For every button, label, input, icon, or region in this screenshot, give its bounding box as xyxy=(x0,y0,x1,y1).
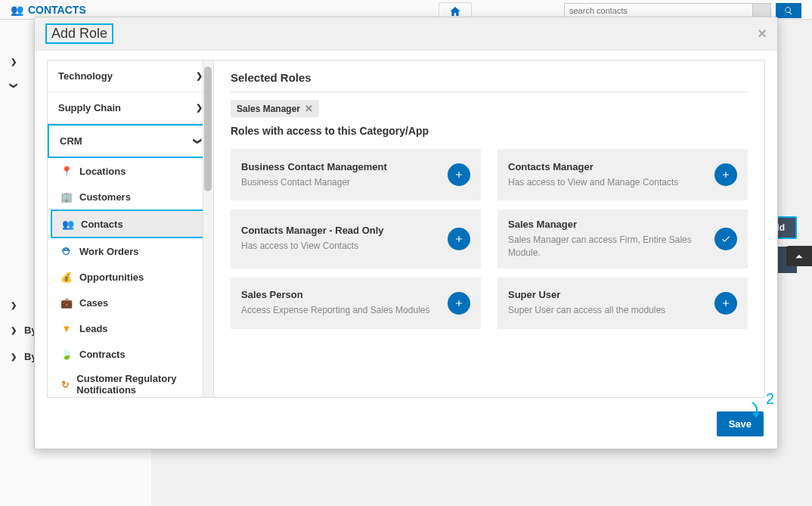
sub-item-label: Opportunities xyxy=(79,272,144,283)
svg-marker-2 xyxy=(753,413,759,418)
category-item-supply-chain[interactable]: Supply Chain❯ xyxy=(48,92,213,124)
opportunities-icon: 💰 xyxy=(60,270,73,284)
role-description: Sales Manager can access Firm, Entire Sa… xyxy=(508,234,707,259)
roles-access-heading: Roles with access to this Category/App xyxy=(231,125,748,137)
sub-item-label: Cases xyxy=(79,297,108,309)
role-description: Has access to View Contacts xyxy=(241,240,440,253)
sub-item-customers[interactable]: 🏢Customers xyxy=(48,184,213,210)
modal-body: Technology❯Supply Chain❯CRM❯📍Locations🏢C… xyxy=(47,60,765,398)
category-item-crm[interactable]: CRM❯ xyxy=(48,124,213,158)
role-name: Sales Manager xyxy=(508,219,707,230)
sub-item-label: Contracts xyxy=(79,349,126,360)
role-description: Business Contact Manager xyxy=(241,176,440,189)
sub-item-contracts[interactable]: 🍃Contracts xyxy=(48,341,213,367)
role-card-sales-person[interactable]: Sales PersonAccess Expense Reporting and… xyxy=(231,278,481,329)
category-label: Technology xyxy=(58,70,113,82)
chevron-right-icon: ❯ xyxy=(196,71,203,81)
chip-remove-icon[interactable]: ✕ xyxy=(305,103,313,114)
role-card-sales-manager[interactable]: Sales ManagerSales Manager can access Fi… xyxy=(497,210,748,269)
role-add-icon[interactable] xyxy=(448,163,470,186)
roles-grid: Business Contact ManagementBusiness Cont… xyxy=(231,149,748,329)
role-add-icon[interactable] xyxy=(714,292,737,315)
role-description: Super User can access all the modules xyxy=(508,304,707,317)
sub-item-locations[interactable]: 📍Locations xyxy=(48,158,213,184)
category-label: Supply Chain xyxy=(58,102,121,113)
category-tree: Technology❯Supply Chain❯CRM❯📍Locations🏢C… xyxy=(48,61,214,397)
cases-icon: 💼 xyxy=(60,296,73,309)
role-card-super-user[interactable]: Super UserSuper User can access all the … xyxy=(497,278,748,329)
customers-icon: 🏢 xyxy=(60,190,73,203)
work-orders-icon: ⛑ xyxy=(60,244,73,258)
add-role-modal: Add Role × Technology❯Supply Chain❯CRM❯📍… xyxy=(34,17,778,449)
roles-panel: Selected Roles Sales Manager ✕ Roles wit… xyxy=(214,61,764,397)
role-add-icon[interactable] xyxy=(714,163,737,186)
sub-item-label: Customer Regulatory Notifications xyxy=(76,373,206,396)
selected-roles-heading: Selected Roles xyxy=(231,71,748,84)
modal-header: Add Role × xyxy=(35,17,777,51)
sub-item-customer-regulatory-notifications[interactable]: ↻Customer Regulatory Notifications xyxy=(48,367,213,397)
leads-icon: ▼ xyxy=(60,321,73,335)
role-description: Access Expense Reporting and Sales Modul… xyxy=(241,304,440,317)
role-name: Sales Person xyxy=(241,289,440,300)
scrollbar-vertical[interactable] xyxy=(203,61,213,397)
role-card-contacts-manager-read-only[interactable]: Contacts Manager - Read OnlyHas access t… xyxy=(231,210,481,269)
role-name: Contacts Manager xyxy=(508,161,707,172)
chip-label: Sales Manager xyxy=(237,104,300,114)
chevron-down-icon: ❯ xyxy=(193,138,203,144)
role-card-business-contact-management[interactable]: Business Contact ManagementBusiness Cont… xyxy=(231,149,481,200)
role-name: Contacts Manager - Read Only xyxy=(241,225,440,236)
sub-item-leads[interactable]: ▼Leads xyxy=(48,315,213,341)
annotation-number-2: 2 xyxy=(766,390,774,408)
modal-title: Add Role xyxy=(45,23,113,44)
selected-role-chip[interactable]: Sales Manager ✕ xyxy=(231,100,319,117)
sub-item-label: Locations xyxy=(79,166,126,177)
contracts-icon: 🍃 xyxy=(60,347,73,361)
role-description: Has access to View and Manage Contacts xyxy=(508,176,707,189)
divider xyxy=(231,92,748,92)
sub-item-label: Contacts xyxy=(81,219,123,230)
role-name: Super User xyxy=(508,289,707,300)
role-name: Business Contact Management xyxy=(241,161,440,172)
contacts-icon: 👥 xyxy=(61,217,75,231)
role-card-contacts-manager[interactable]: Contacts ManagerHas access to View and M… xyxy=(497,149,748,200)
locations-icon: 📍 xyxy=(60,164,73,178)
customer-regulatory-notifications-icon: ↻ xyxy=(60,377,70,391)
sub-item-contacts[interactable]: 👥Contacts xyxy=(51,210,210,238)
chevron-right-icon: ❯ xyxy=(196,103,203,113)
role-add-icon[interactable] xyxy=(448,228,470,250)
sub-item-label: Work Orders xyxy=(79,246,139,257)
sub-item-cases[interactable]: 💼Cases xyxy=(48,290,213,315)
sub-item-label: Customers xyxy=(79,191,131,203)
category-label: CRM xyxy=(60,135,82,147)
annotation-arrow-2 xyxy=(748,401,764,421)
role-add-icon[interactable] xyxy=(448,292,470,315)
sub-item-label: Leads xyxy=(79,323,108,334)
category-item-technology[interactable]: Technology❯ xyxy=(48,61,213,92)
role-selected-check-icon[interactable] xyxy=(714,228,737,250)
sub-item-opportunities[interactable]: 💰Opportunities xyxy=(48,264,213,290)
sub-item-work-orders[interactable]: ⛑Work Orders xyxy=(48,238,213,264)
modal-footer: 2 Save xyxy=(35,404,777,449)
scrollbar-thumb[interactable] xyxy=(204,67,212,191)
close-icon[interactable]: × xyxy=(758,25,767,42)
